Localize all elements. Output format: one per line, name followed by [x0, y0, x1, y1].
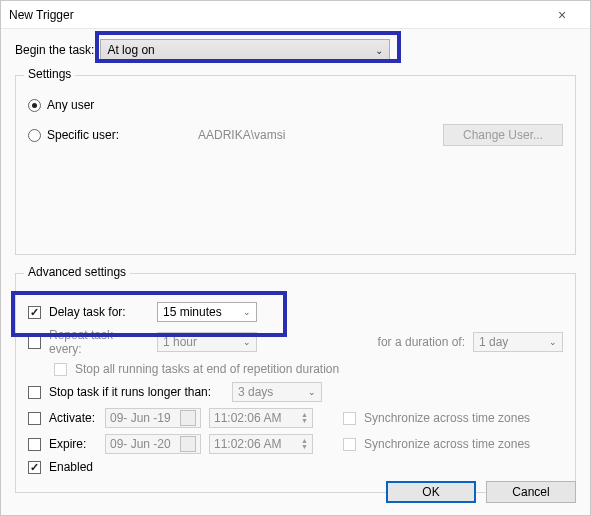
begin-task-select[interactable]: At log on ⌄ — [100, 39, 390, 61]
expire-sync-checkbox[interactable] — [343, 438, 356, 451]
any-user-label: Any user — [47, 98, 94, 112]
stop-all-checkbox[interactable] — [54, 363, 67, 376]
repeat-duration-select[interactable]: 1 day ⌄ — [473, 332, 563, 352]
enabled-label: Enabled — [49, 460, 93, 474]
window-title: New Trigger — [9, 1, 74, 29]
specific-user-value: AADRIKA\vamsi — [198, 128, 285, 142]
repeat-task-row: Repeat task every: 1 hour ⌄ for a durati… — [28, 328, 563, 356]
change-user-button[interactable]: Change User... — [443, 124, 563, 146]
footer-buttons: OK Cancel — [386, 481, 576, 503]
activate-date[interactable]: 09- Jun -19 — [105, 408, 201, 428]
activate-sync-label: Synchronize across time zones — [364, 411, 530, 425]
calendar-icon — [180, 410, 196, 426]
activate-time[interactable]: 11:02:06 AM ▲▼ — [209, 408, 313, 428]
activate-row: Activate: 09- Jun -19 11:02:06 AM ▲▼ Syn… — [28, 408, 563, 428]
expire-time-value: 11:02:06 AM — [214, 437, 281, 451]
repeat-task-value: 1 hour — [163, 335, 197, 349]
enabled-row: Enabled — [28, 460, 563, 474]
chevron-down-icon: ⌄ — [549, 337, 557, 347]
any-user-row[interactable]: Any user — [28, 98, 563, 112]
expire-time[interactable]: 11:02:06 AM ▲▼ — [209, 434, 313, 454]
delay-task-row: Delay task for: 15 minutes ⌄ — [28, 302, 563, 322]
chevron-down-icon: ⌄ — [308, 387, 316, 397]
stop-all-label: Stop all running tasks at end of repetit… — [75, 362, 339, 376]
repeat-task-select[interactable]: 1 hour ⌄ — [157, 332, 257, 352]
chevron-down-icon: ⌄ — [375, 45, 383, 56]
advanced-group: Advanced settings Delay task for: 15 min… — [15, 273, 576, 493]
close-button[interactable]: × — [542, 1, 582, 29]
repeat-duration-label: for a duration of: — [378, 335, 465, 349]
specific-user-label: Specific user: — [47, 128, 132, 142]
repeat-task-checkbox[interactable] — [28, 336, 41, 349]
specific-user-radio[interactable] — [28, 129, 41, 142]
activate-label: Activate: — [49, 411, 97, 425]
stop-if-checkbox[interactable] — [28, 386, 41, 399]
title-bar: New Trigger × — [1, 1, 590, 29]
dialog-body: Begin the task: At log on ⌄ Settings Any… — [1, 29, 590, 515]
expire-checkbox[interactable] — [28, 438, 41, 451]
stop-if-select[interactable]: 3 days ⌄ — [232, 382, 322, 402]
ok-button[interactable]: OK — [386, 481, 476, 503]
delay-task-label: Delay task for: — [49, 305, 149, 319]
cancel-button[interactable]: Cancel — [486, 481, 576, 503]
chevron-down-icon: ⌄ — [243, 307, 251, 317]
specific-user-row[interactable]: Specific user: AADRIKA\vamsi Change User… — [28, 124, 563, 146]
expire-date-value: 09- Jun -20 — [110, 437, 171, 451]
stop-if-label: Stop task if it runs longer than: — [49, 385, 224, 399]
activate-checkbox[interactable] — [28, 412, 41, 425]
repeat-task-label: Repeat task every: — [49, 328, 149, 356]
stop-if-row: Stop task if it runs longer than: 3 days… — [28, 382, 563, 402]
expire-label: Expire: — [49, 437, 97, 451]
advanced-legend: Advanced settings — [24, 265, 130, 279]
expire-row: Expire: 09- Jun -20 11:02:06 AM ▲▼ Synch… — [28, 434, 563, 454]
activate-date-value: 09- Jun -19 — [110, 411, 171, 425]
any-user-radio[interactable] — [28, 99, 41, 112]
expire-sync-label: Synchronize across time zones — [364, 437, 530, 451]
activate-sync-checkbox[interactable] — [343, 412, 356, 425]
activate-time-value: 11:02:06 AM — [214, 411, 281, 425]
settings-group: Settings Any user Specific user: AADRIKA… — [15, 75, 576, 255]
begin-task-label: Begin the task: — [15, 43, 94, 57]
delay-task-value: 15 minutes — [163, 305, 222, 319]
begin-task-value: At log on — [107, 43, 154, 57]
enabled-checkbox[interactable] — [28, 461, 41, 474]
spinner-icon: ▲▼ — [301, 412, 308, 424]
chevron-down-icon: ⌄ — [243, 337, 251, 347]
repeat-duration-value: 1 day — [479, 335, 508, 349]
calendar-icon — [180, 436, 196, 452]
stop-if-value: 3 days — [238, 385, 273, 399]
delay-task-checkbox[interactable] — [28, 306, 41, 319]
stop-all-row: Stop all running tasks at end of repetit… — [54, 362, 563, 376]
spinner-icon: ▲▼ — [301, 438, 308, 450]
begin-task-row: Begin the task: At log on ⌄ — [15, 39, 576, 61]
delay-task-select[interactable]: 15 minutes ⌄ — [157, 302, 257, 322]
settings-legend: Settings — [24, 67, 75, 81]
expire-date[interactable]: 09- Jun -20 — [105, 434, 201, 454]
dialog-window: New Trigger × Begin the task: At log on … — [0, 0, 591, 516]
